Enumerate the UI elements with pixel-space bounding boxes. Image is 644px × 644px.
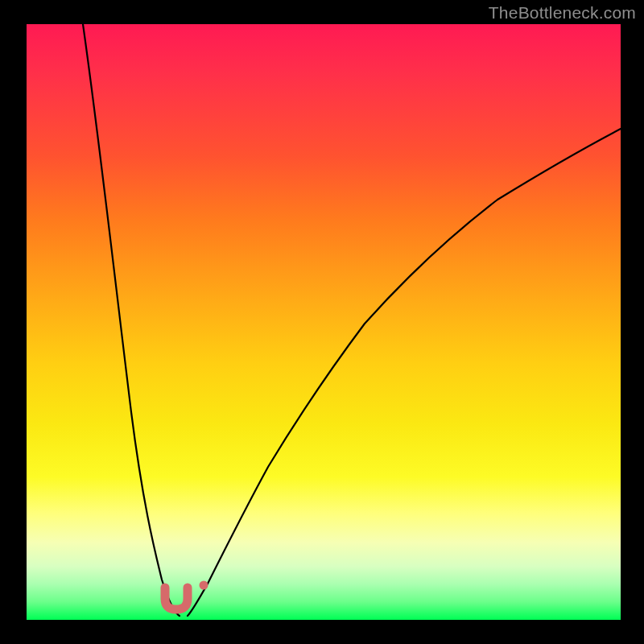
highlight-dot-cluster (165, 588, 188, 609)
highlight-dot-outlier (200, 581, 208, 590)
chart-frame: TheBottleneck.com (0, 0, 644, 644)
bottleneck-curve (27, 24, 621, 620)
curve-right-branch (188, 129, 621, 616)
curve-left-branch (83, 24, 180, 616)
plot-area (27, 24, 621, 620)
watermark-text: TheBottleneck.com (489, 3, 636, 23)
